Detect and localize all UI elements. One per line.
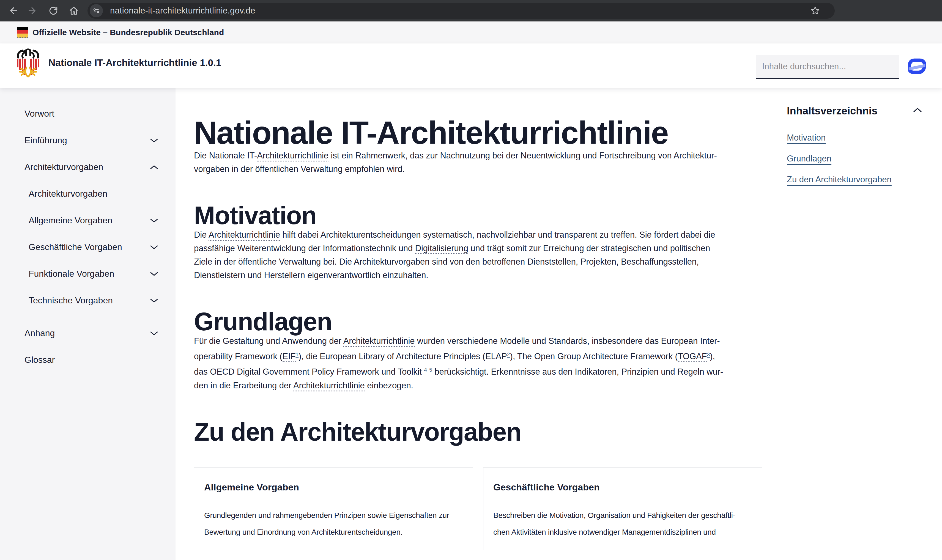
article: Nationale IT-Architekturrichtlinie Die N… <box>194 88 769 550</box>
section-heading-grundlagen: Grundlagen <box>194 309 769 334</box>
table-of-contents: Inhaltsverzeichnis Motivation Grundlagen… <box>787 105 930 195</box>
glossary-term[interactable]: TOGAF <box>678 352 707 362</box>
toc-link-grundlagen[interactable]: Grundlagen <box>787 154 831 163</box>
site-header: Nationale IT-Architekturrichtlinie 1.0.1 <box>0 43 942 88</box>
home-button[interactable] <box>68 5 79 16</box>
sidebar-navigation: Vorwort Einführung Architekturvorgaben A… <box>0 88 175 560</box>
chevron-down-icon[interactable] <box>150 331 158 336</box>
sidebar-item-geschaeftliche-vorgaben[interactable]: Geschäftliche Vorgaben <box>0 234 175 260</box>
toc-link-motivation[interactable]: Motivation <box>787 133 826 143</box>
footnote-link[interactable]: 5 <box>429 367 432 373</box>
reload-icon <box>48 6 58 16</box>
home-icon <box>69 6 79 16</box>
back-arrow-icon <box>8 6 18 16</box>
chevron-down-icon[interactable] <box>150 218 158 223</box>
sidebar-item-allgemeine-vorgaben[interactable]: Allgemeine Vorgaben <box>0 207 175 234</box>
card-title: Geschäftliche Vorgaben <box>493 482 752 492</box>
toc-item: Grundlagen <box>787 154 930 164</box>
vorgaben-cards: Allgemeine Vorgaben Grundlegenden und ra… <box>194 468 769 550</box>
card-title: Allgemeine Vorgaben <box>204 482 463 492</box>
footnote-link[interactable]: 4 <box>424 367 427 373</box>
chevron-down-icon[interactable] <box>150 298 158 303</box>
chevron-up-icon[interactable] <box>913 107 922 113</box>
official-website-banner: Offizielle Website – Bundesrepublik Deut… <box>0 22 942 43</box>
card-text: Beschreiben die Motivation, Organisation… <box>493 507 752 540</box>
chevron-up-icon[interactable] <box>150 165 158 170</box>
address-bar[interactable]: nationale-it-architekturrichtlinie.gov.d… <box>88 3 835 19</box>
toc-list: Motivation Grundlagen Zu den Architektur… <box>787 133 930 185</box>
reload-button[interactable] <box>48 5 59 16</box>
star-icon <box>810 6 820 16</box>
sidebar-item-anhang[interactable]: Anhang <box>0 320 175 346</box>
intro-paragraph: Die Nationale IT-Architekturrichtlinie i… <box>194 149 769 176</box>
page-body: Vorwort Einführung Architekturvorgaben A… <box>0 88 942 560</box>
german-flag-icon <box>17 27 28 38</box>
app-logo-button[interactable] <box>908 57 926 75</box>
section-heading-zu-den-architekturvorgaben: Zu den Architekturvorgaben <box>194 419 769 445</box>
glossary-term[interactable]: Architekturrichtlinie <box>293 381 365 391</box>
glossary-term[interactable]: Digitalisierung <box>415 243 468 254</box>
toc-heading: Inhaltsverzeichnis <box>787 105 930 117</box>
glossary-term[interactable]: Architekturrichtlinie <box>209 230 280 241</box>
sidebar-item-vorwort[interactable]: Vorwort <box>0 100 175 127</box>
footnote-link[interactable]: 3 <box>707 352 710 357</box>
sidebar-item-architekturvorgaben[interactable]: Architekturvorgaben <box>0 154 175 180</box>
footnote-link[interactable]: 1 <box>296 352 299 357</box>
site-settings-icon <box>92 6 100 15</box>
back-button[interactable] <box>7 5 18 16</box>
sidebar-item-glossar[interactable]: Glossar <box>0 346 175 373</box>
page-title: Nationale IT-Architekturrichtlinie <box>194 117 769 149</box>
browser-toolbar: nationale-it-architekturrichtlinie.gov.d… <box>0 0 942 22</box>
forward-button[interactable] <box>28 5 38 16</box>
search-input[interactable] <box>756 55 899 79</box>
card-geschaeftliche-vorgaben[interactable]: Geschäftliche Vorgaben Beschreiben die M… <box>483 468 762 550</box>
chevron-down-icon[interactable] <box>150 271 158 277</box>
card-text: Grundlegenden und rahmengebenden Prinzip… <box>204 507 463 540</box>
section-heading-motivation: Motivation <box>194 203 769 228</box>
grundlagen-paragraph: Für die Gestaltung und Anwendung der Arc… <box>194 334 769 392</box>
toc-item: Motivation <box>787 133 930 143</box>
sidebar-item-funktionale-vorgaben[interactable]: Funktionale Vorgaben <box>0 260 175 287</box>
site-info-button[interactable] <box>90 4 103 17</box>
glossary-term[interactable]: EIF <box>283 352 296 362</box>
chevron-down-icon[interactable] <box>150 138 158 143</box>
toc-link-zu-den-architekturvorgaben[interactable]: Zu den Architekturvorgaben <box>787 175 892 184</box>
bookmark-star-button[interactable] <box>810 6 820 16</box>
url-text: nationale-it-architekturrichtlinie.gov.d… <box>110 6 255 16</box>
card-allgemeine-vorgaben[interactable]: Allgemeine Vorgaben Grundlegenden und ra… <box>194 468 473 550</box>
motivation-paragraph: Die Architekturrichtlinie hilft dabei Ar… <box>194 228 769 282</box>
bundesadler-logo[interactable] <box>14 46 42 81</box>
glossary-term[interactable]: Architekturrichtlinie <box>257 151 328 162</box>
toc-item: Zu den Architekturvorgaben <box>787 175 930 185</box>
site-title: Nationale IT-Architekturrichtlinie 1.0.1 <box>48 57 221 68</box>
sidebar-item-technische-vorgaben[interactable]: Technische Vorgaben <box>0 287 175 314</box>
glossary-term[interactable]: Architekturrichtlinie <box>343 336 415 347</box>
main-content: Nationale IT-Architekturrichtlinie Die N… <box>175 88 942 560</box>
footnote-link[interactable]: 2 <box>507 352 510 357</box>
chevron-down-icon[interactable] <box>150 245 158 250</box>
official-website-label: Offizielle Website – Bundesrepublik Deut… <box>32 28 224 37</box>
sidebar-item-architekturvorgaben-sub[interactable]: Architekturvorgaben <box>0 180 175 207</box>
sidebar-item-einfuehrung[interactable]: Einführung <box>0 127 175 154</box>
forward-arrow-icon <box>28 6 38 16</box>
